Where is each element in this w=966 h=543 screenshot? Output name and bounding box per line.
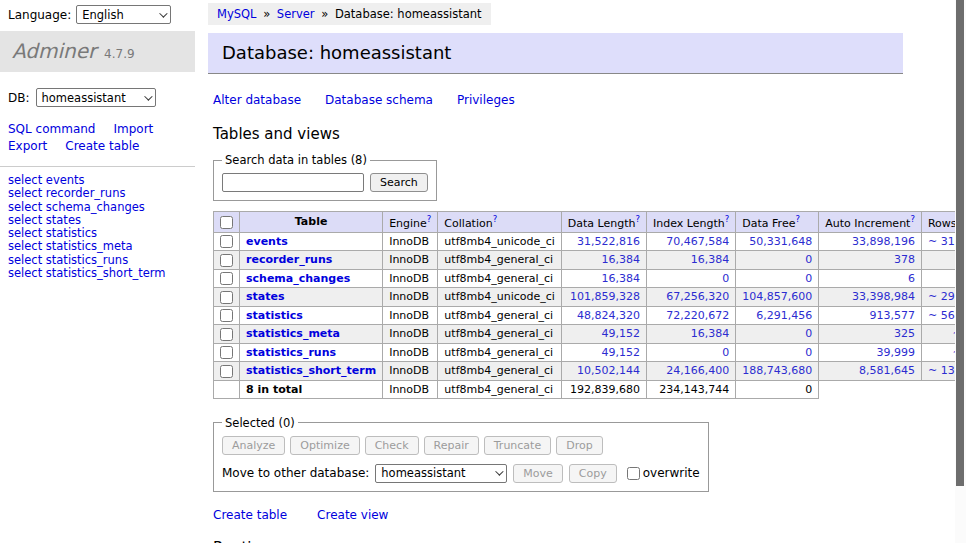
auto-increment-link[interactable]: 39,999 bbox=[876, 346, 915, 359]
data-free-link[interactable]: 50,331,648 bbox=[749, 235, 812, 248]
table-name-link[interactable]: statistics_runs bbox=[246, 346, 336, 359]
vertical-scrollbar[interactable] bbox=[955, 0, 966, 543]
database-schema-link[interactable]: Database schema bbox=[325, 93, 433, 107]
row-checkbox[interactable] bbox=[220, 272, 233, 285]
row-checkbox[interactable] bbox=[220, 254, 233, 267]
index-length-link[interactable]: 72,220,672 bbox=[666, 309, 729, 322]
auto-increment-link[interactable]: 6 bbox=[908, 272, 915, 285]
privileges-link[interactable]: Privileges bbox=[457, 93, 515, 107]
table-name-link[interactable]: events bbox=[246, 235, 288, 248]
data-free-link[interactable]: 0 bbox=[805, 346, 812, 359]
sidebar-table-link[interactable]: select recorder_runs bbox=[8, 187, 195, 200]
sidebar-table-link[interactable]: select statistics_runs bbox=[8, 254, 195, 267]
language-label: Language: bbox=[8, 8, 71, 22]
table-name-link[interactable]: recorder_runs bbox=[246, 253, 332, 266]
scrollbar-thumb[interactable] bbox=[956, 0, 964, 486]
data-free-link[interactable]: 104,857,600 bbox=[742, 290, 812, 303]
data-free-link[interactable]: 0 bbox=[805, 272, 812, 285]
auto-increment-link[interactable]: 33,898,196 bbox=[852, 235, 915, 248]
check-button[interactable]: Check bbox=[365, 436, 419, 455]
search-input[interactable] bbox=[222, 173, 364, 192]
data-length-link[interactable]: 10,502,144 bbox=[577, 364, 640, 377]
create-view-link[interactable]: Create view bbox=[317, 508, 388, 522]
index-length-link[interactable]: 67,256,320 bbox=[666, 290, 729, 303]
overwrite-checkbox[interactable] bbox=[627, 467, 640, 480]
table-name-link[interactable]: statistics_meta bbox=[246, 327, 340, 340]
data-length-link[interactable]: 49,152 bbox=[602, 327, 641, 340]
sidebar-table-link[interactable]: select schema_changes bbox=[8, 201, 195, 214]
sidebar-table-link[interactable]: select events bbox=[8, 174, 195, 187]
breadcrumb-mysql-link[interactable]: MySQL bbox=[217, 7, 257, 21]
data-length-link[interactable]: 48,824,320 bbox=[577, 309, 640, 322]
chevron-down-icon bbox=[144, 92, 152, 100]
sidebar-link-create-table[interactable]: Create table bbox=[65, 139, 139, 153]
data-free-link[interactable]: 188,743,680 bbox=[742, 364, 812, 377]
sidebar-table-link[interactable]: select statistics_meta bbox=[8, 240, 195, 253]
breadcrumb-server-link[interactable]: Server bbox=[277, 7, 315, 21]
analyze-button[interactable]: Analyze bbox=[222, 436, 285, 455]
table-name-link[interactable]: states bbox=[246, 290, 285, 303]
index-length-cell: 0 bbox=[647, 343, 736, 362]
move-database-select[interactable]: homeassistant bbox=[375, 464, 507, 483]
row-checkbox[interactable] bbox=[220, 365, 233, 378]
sidebar-link-sql-command[interactable]: SQL command bbox=[8, 122, 95, 136]
data-length-link[interactable]: 101,859,328 bbox=[570, 290, 640, 303]
sidebar-link-export[interactable]: Export bbox=[8, 139, 47, 153]
create-table-link[interactable]: Create table bbox=[213, 508, 287, 522]
truncate-button[interactable]: Truncate bbox=[484, 436, 551, 455]
sidebar-link-import[interactable]: Import bbox=[113, 122, 153, 136]
help-link[interactable]: ? bbox=[493, 214, 498, 224]
data-length-link[interactable]: 16,384 bbox=[602, 272, 641, 285]
index-length-link[interactable]: 0 bbox=[722, 272, 729, 285]
repair-button[interactable]: Repair bbox=[424, 436, 479, 455]
index-length-link[interactable]: 0 bbox=[722, 346, 729, 359]
row-checkbox[interactable] bbox=[220, 328, 233, 341]
sidebar-table-link[interactable]: select statistics_short_term bbox=[8, 267, 195, 280]
index-length-link[interactable]: 24,166,400 bbox=[666, 364, 729, 377]
auto-increment-cell: 33,398,984 bbox=[819, 288, 922, 307]
sidebar-table-list: select eventsselect recorder_runsselect … bbox=[8, 174, 195, 280]
help-link[interactable]: ? bbox=[427, 214, 432, 224]
row-checkbox[interactable] bbox=[220, 309, 233, 322]
index-length-link[interactable]: 16,384 bbox=[691, 327, 730, 340]
search-legend: Search data in tables (8) bbox=[222, 153, 370, 167]
section-title-tables: Tables and views bbox=[213, 125, 908, 143]
auto-increment-link[interactable]: 913,577 bbox=[869, 309, 915, 322]
row-checkbox[interactable] bbox=[220, 235, 233, 248]
help-link[interactable]: ? bbox=[636, 214, 641, 224]
table-name-link[interactable]: schema_changes bbox=[246, 272, 350, 285]
row-checkbox[interactable] bbox=[220, 291, 233, 304]
db-select[interactable]: homeassistant bbox=[36, 88, 156, 107]
data-free-link[interactable]: 0 bbox=[805, 253, 812, 266]
auto-increment-link[interactable]: 33,398,984 bbox=[852, 290, 915, 303]
drop-button[interactable]: Drop bbox=[556, 436, 602, 455]
total-collation-cell: utf8mb4_general_ci bbox=[438, 380, 561, 398]
index-length-link[interactable]: 70,467,584 bbox=[666, 235, 729, 248]
search-button[interactable]: Search bbox=[370, 173, 428, 192]
column-header: Auto Increment? bbox=[819, 212, 922, 233]
select-all-checkbox[interactable] bbox=[220, 216, 233, 229]
data-free-link[interactable]: 6,291,456 bbox=[756, 309, 812, 322]
auto-increment-link[interactable]: 378 bbox=[894, 253, 915, 266]
row-checkbox[interactable] bbox=[220, 346, 233, 359]
help-link[interactable]: ? bbox=[725, 214, 730, 224]
sidebar-table-link[interactable]: select statistics bbox=[8, 227, 195, 240]
collation-cell: utf8mb4_general_ci bbox=[438, 269, 561, 288]
index-length-link[interactable]: 16,384 bbox=[691, 253, 730, 266]
table-name-link[interactable]: statistics_short_term bbox=[246, 364, 376, 377]
data-length-link[interactable]: 16,384 bbox=[602, 253, 641, 266]
sidebar-table-link[interactable]: select states bbox=[8, 214, 195, 227]
help-link[interactable]: ? bbox=[795, 214, 800, 224]
auto-increment-link[interactable]: 8,581,645 bbox=[859, 364, 915, 377]
table-name-link[interactable]: statistics bbox=[246, 309, 303, 322]
alter-database-link[interactable]: Alter database bbox=[213, 93, 301, 107]
data-length-link[interactable]: 31,522,816 bbox=[577, 235, 640, 248]
optimize-button[interactable]: Optimize bbox=[290, 436, 359, 455]
language-select[interactable]: English bbox=[76, 5, 171, 24]
data-free-link[interactable]: 0 bbox=[805, 327, 812, 340]
auto-increment-link[interactable]: 325 bbox=[894, 327, 915, 340]
move-button[interactable]: Move bbox=[513, 464, 563, 483]
help-link[interactable]: ? bbox=[910, 214, 915, 224]
copy-button[interactable]: Copy bbox=[569, 464, 617, 483]
data-length-link[interactable]: 49,152 bbox=[602, 346, 641, 359]
